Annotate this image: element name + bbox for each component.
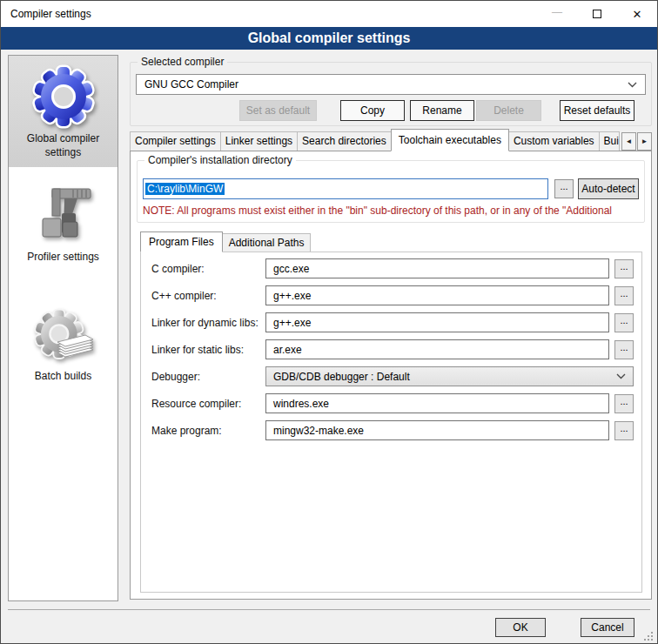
cancel-button[interactable]: Cancel: [581, 618, 634, 637]
dynamic-linker-input[interactable]: g++.exe: [265, 312, 609, 332]
cpp-compiler-input[interactable]: g++.exe: [265, 285, 609, 305]
sidebar-item-label: Profiler settings: [27, 251, 99, 263]
settings-category-list: Global compiler settings Profiler settin…: [8, 55, 118, 601]
sidebar-item-global-compiler-settings[interactable]: Global compiler settings: [9, 56, 118, 167]
field-row-dynamic-linker: Linker for dynamic libs: g++.exe ...: [151, 312, 634, 332]
set-as-default-button[interactable]: Set as default: [239, 100, 317, 121]
tab-build-options[interactable]: Build o: [599, 131, 620, 151]
copy-button[interactable]: Copy: [340, 100, 405, 121]
resize-grip[interactable]: [644, 632, 646, 634]
maximize-button[interactable]: [577, 1, 617, 27]
program-files-page: C compiler: gcc.exe ... C++ compiler: g+…: [140, 252, 642, 593]
subtab-program-files[interactable]: Program Files: [140, 231, 223, 252]
field-label: Resource compiler:: [151, 398, 265, 410]
auto-detect-button[interactable]: Auto-detect: [578, 178, 639, 199]
programs-notebook: Program Files Additional Paths C compile…: [140, 231, 642, 593]
installation-directory-row: C:\raylib\MinGW ... Auto-detect: [143, 178, 639, 199]
resource-compiler-input[interactable]: windres.exe: [265, 393, 609, 413]
tab-compiler-settings[interactable]: Compiler settings: [130, 131, 221, 151]
programs-subtabs: Program Files Additional Paths: [140, 231, 642, 252]
titlebar: Compiler settings — ✕: [1, 1, 657, 27]
chevron-down-icon: [628, 82, 637, 88]
browse-button[interactable]: ...: [614, 421, 634, 440]
footer-buttons: OK Cancel: [495, 618, 634, 637]
reset-defaults-button[interactable]: Reset defaults: [560, 100, 634, 121]
browse-directory-button[interactable]: ...: [554, 179, 574, 198]
browse-button[interactable]: ...: [614, 340, 634, 359]
field-label: Linker for dynamic libs:: [151, 317, 265, 329]
compiler-buttons-row: Set as default Copy Rename Delete Reset …: [136, 100, 646, 121]
field-label: C++ compiler:: [151, 290, 265, 302]
sidebar-item-label: Batch builds: [35, 370, 91, 382]
left-arrow-icon: ◄: [626, 138, 633, 145]
delete-button[interactable]: Delete: [476, 100, 541, 121]
page-title: Global compiler settings: [1, 27, 657, 50]
selected-compiler-group: Selected compiler GNU GCC Compiler Set a…: [130, 62, 652, 126]
browse-button[interactable]: ...: [614, 394, 634, 413]
window-controls: — ✕: [537, 1, 657, 27]
compiler-settings-dialog: Compiler settings — ✕ Global compiler se…: [0, 0, 658, 644]
selected-path-text: C:\raylib\MinGW: [145, 183, 225, 195]
tab-toolchain-executables[interactable]: Toolchain executables: [391, 129, 509, 151]
close-button[interactable]: ✕: [617, 1, 657, 27]
field-row-resource-compiler: Resource compiler: windres.exe ...: [151, 393, 634, 413]
maximize-icon: [593, 10, 601, 18]
compiler-combobox[interactable]: GNU GCC Compiler: [136, 74, 646, 95]
settings-tabstrip: Compiler settings Linker settings Search…: [130, 128, 652, 151]
field-label: Make program:: [151, 425, 265, 437]
blue-gear-icon: [31, 64, 96, 129]
rename-button[interactable]: Rename: [410, 100, 474, 121]
installation-directory-group: Compiler's installation directory C:\ray…: [137, 160, 645, 223]
tab-scroll-right-button[interactable]: ►: [637, 132, 652, 151]
debugger-select[interactable]: GDB/CDB debugger : Default: [265, 366, 634, 386]
minimize-icon: —: [552, 6, 562, 18]
close-icon: ✕: [633, 8, 642, 21]
field-label: Debugger:: [151, 371, 265, 383]
tab-custom-variables[interactable]: Custom variables: [508, 131, 600, 151]
tab-search-directories[interactable]: Search directories: [297, 131, 392, 151]
make-program-input[interactable]: mingw32-make.exe: [265, 420, 609, 440]
compiler-combobox-value: GNU GCC Compiler: [144, 78, 238, 91]
gray-gear-stack-icon: [31, 302, 96, 366]
static-linker-input[interactable]: ar.exe: [265, 339, 609, 359]
field-row-debugger: Debugger: GDB/CDB debugger : Default: [151, 366, 634, 386]
dialog-body: Global compiler settings Profiler settin…: [1, 50, 657, 644]
subtab-additional-paths[interactable]: Additional Paths: [222, 233, 312, 252]
debugger-select-value: GDB/CDB debugger : Default: [273, 371, 410, 383]
field-label: C compiler:: [151, 263, 265, 275]
tab-linker-settings[interactable]: Linker settings: [220, 131, 298, 151]
right-arrow-icon: ►: [641, 138, 648, 145]
tab-scroll-buttons: ◄ ►: [621, 132, 652, 151]
window-title: Compiler settings: [10, 8, 91, 20]
field-row-c-compiler: C compiler: gcc.exe ...: [151, 258, 634, 278]
footer-separator: [8, 609, 650, 610]
field-label: Linker for static libs:: [151, 344, 265, 356]
ok-button[interactable]: OK: [495, 618, 546, 637]
sidebar-item-batch-builds[interactable]: Batch builds: [9, 293, 118, 392]
tab-scroll-left-button[interactable]: ◄: [621, 132, 636, 151]
toolchain-executables-panel: Compiler's installation directory C:\ray…: [130, 151, 652, 600]
main-panel: Selected compiler GNU GCC Compiler Set a…: [130, 55, 652, 600]
caliper-icon: [31, 183, 96, 247]
field-row-cpp-compiler: C++ compiler: g++.exe ...: [151, 285, 634, 305]
note-text: NOTE: All programs must exist either in …: [143, 205, 639, 217]
c-compiler-input[interactable]: gcc.exe: [265, 258, 609, 278]
sidebar-item-profiler-settings[interactable]: Profiler settings: [9, 174, 118, 272]
field-row-static-linker: Linker for static libs: ar.exe ...: [151, 339, 634, 359]
group-label: Compiler's installation directory: [144, 154, 296, 166]
chevron-down-icon: [616, 373, 626, 379]
minimize-button[interactable]: —: [537, 1, 577, 27]
field-row-make-program: Make program: mingw32-make.exe ...: [151, 420, 634, 440]
browse-button[interactable]: ...: [614, 259, 634, 278]
browse-button[interactable]: ...: [614, 313, 634, 332]
group-label: Selected compiler: [138, 56, 227, 68]
browse-button[interactable]: ...: [614, 286, 634, 305]
sidebar-item-label: Global compiler settings: [27, 132, 99, 158]
installation-directory-input[interactable]: C:\raylib\MinGW: [143, 178, 548, 199]
